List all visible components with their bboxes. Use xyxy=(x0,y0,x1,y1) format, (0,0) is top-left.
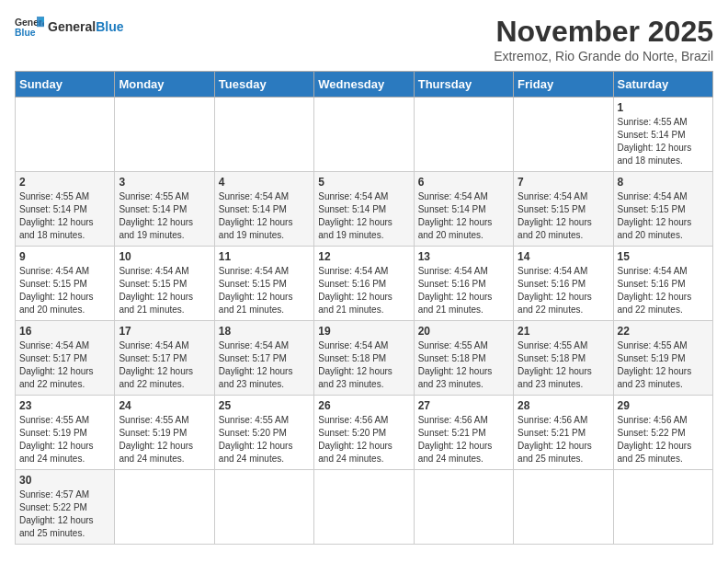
day-info: Sunrise: 4:56 AM Sunset: 5:21 PM Dayligh… xyxy=(518,414,609,465)
day-number: 5 xyxy=(318,176,409,189)
day-info: Sunrise: 4:54 AM Sunset: 5:15 PM Dayligh… xyxy=(19,265,110,316)
calendar-subtitle: Extremoz, Rio Grande do Norte, Brazil xyxy=(494,49,713,63)
calendar-cell: 8Sunrise: 4:54 AM Sunset: 5:15 PM Daylig… xyxy=(613,172,712,247)
calendar-cell: 19Sunrise: 4:54 AM Sunset: 5:18 PM Dayli… xyxy=(314,321,414,396)
day-info: Sunrise: 4:55 AM Sunset: 5:14 PM Dayligh… xyxy=(618,116,709,167)
day-info: Sunrise: 4:54 AM Sunset: 5:16 PM Dayligh… xyxy=(318,265,409,316)
day-info: Sunrise: 4:54 AM Sunset: 5:16 PM Dayligh… xyxy=(518,265,609,316)
generalblue-icon: General Blue xyxy=(15,15,44,40)
calendar-cell: 25Sunrise: 4:55 AM Sunset: 5:20 PM Dayli… xyxy=(214,396,313,470)
day-number: 14 xyxy=(518,250,609,263)
calendar-cell: 20Sunrise: 4:55 AM Sunset: 5:18 PM Dayli… xyxy=(414,321,513,396)
day-number: 7 xyxy=(518,176,609,189)
day-number: 23 xyxy=(19,399,110,412)
day-info: Sunrise: 4:55 AM Sunset: 5:18 PM Dayligh… xyxy=(518,339,609,391)
calendar-cell: 9Sunrise: 4:54 AM Sunset: 5:15 PM Daylig… xyxy=(16,247,115,321)
calendar-cell xyxy=(613,470,712,545)
weekday-header-row: SundayMondayTuesdayWednesdayThursdayFrid… xyxy=(16,72,713,98)
calendar-cell: 29Sunrise: 4:56 AM Sunset: 5:22 PM Dayli… xyxy=(613,396,712,470)
day-info: Sunrise: 4:54 AM Sunset: 5:14 PM Dayligh… xyxy=(318,190,409,242)
weekday-header-wednesday: Wednesday xyxy=(314,72,414,98)
calendar-cell xyxy=(16,98,115,172)
day-info: Sunrise: 4:56 AM Sunset: 5:22 PM Dayligh… xyxy=(618,414,709,465)
calendar-cell xyxy=(414,470,513,545)
day-info: Sunrise: 4:56 AM Sunset: 5:21 PM Dayligh… xyxy=(418,414,509,465)
calendar-week-row: 23Sunrise: 4:55 AM Sunset: 5:19 PM Dayli… xyxy=(16,396,713,470)
day-number: 27 xyxy=(418,399,509,412)
day-info: Sunrise: 4:54 AM Sunset: 5:16 PM Dayligh… xyxy=(618,265,709,316)
calendar-cell: 3Sunrise: 4:55 AM Sunset: 5:14 PM Daylig… xyxy=(115,172,214,247)
day-info: Sunrise: 4:54 AM Sunset: 5:16 PM Dayligh… xyxy=(418,265,509,316)
day-number: 6 xyxy=(418,176,509,189)
day-info: Sunrise: 4:55 AM Sunset: 5:19 PM Dayligh… xyxy=(119,414,210,465)
day-number: 29 xyxy=(618,399,709,412)
calendar-cell: 26Sunrise: 4:56 AM Sunset: 5:20 PM Dayli… xyxy=(314,396,414,470)
day-number: 11 xyxy=(219,250,310,263)
calendar-cell xyxy=(214,98,313,172)
day-number: 28 xyxy=(518,399,609,412)
day-number: 26 xyxy=(318,399,409,412)
calendar-cell: 27Sunrise: 4:56 AM Sunset: 5:21 PM Dayli… xyxy=(414,396,513,470)
day-number: 17 xyxy=(119,325,210,338)
calendar-week-row: 1Sunrise: 4:55 AM Sunset: 5:14 PM Daylig… xyxy=(16,98,713,172)
day-info: Sunrise: 4:54 AM Sunset: 5:15 PM Dayligh… xyxy=(219,265,310,316)
day-info: Sunrise: 4:55 AM Sunset: 5:14 PM Dayligh… xyxy=(19,190,110,242)
calendar-cell: 10Sunrise: 4:54 AM Sunset: 5:15 PM Dayli… xyxy=(115,247,214,321)
day-number: 12 xyxy=(318,250,409,263)
day-info: Sunrise: 4:55 AM Sunset: 5:20 PM Dayligh… xyxy=(219,414,310,465)
calendar-cell: 2Sunrise: 4:55 AM Sunset: 5:14 PM Daylig… xyxy=(16,172,115,247)
calendar-cell xyxy=(115,98,214,172)
calendar-cell: 6Sunrise: 4:54 AM Sunset: 5:14 PM Daylig… xyxy=(414,172,513,247)
day-number: 3 xyxy=(119,176,210,189)
calendar-cell: 15Sunrise: 4:54 AM Sunset: 5:16 PM Dayli… xyxy=(613,247,712,321)
day-info: Sunrise: 4:54 AM Sunset: 5:15 PM Dayligh… xyxy=(119,265,210,316)
day-info: Sunrise: 4:54 AM Sunset: 5:17 PM Dayligh… xyxy=(19,339,110,391)
day-info: Sunrise: 4:54 AM Sunset: 5:14 PM Dayligh… xyxy=(418,190,509,242)
day-info: Sunrise: 4:54 AM Sunset: 5:17 PM Dayligh… xyxy=(219,339,310,391)
day-info: Sunrise: 4:54 AM Sunset: 5:17 PM Dayligh… xyxy=(119,339,210,391)
calendar-cell: 1Sunrise: 4:55 AM Sunset: 5:14 PM Daylig… xyxy=(613,98,712,172)
calendar-week-row: 16Sunrise: 4:54 AM Sunset: 5:17 PM Dayli… xyxy=(16,321,713,396)
calendar-table: SundayMondayTuesdayWednesdayThursdayFrid… xyxy=(15,71,713,545)
day-number: 10 xyxy=(119,250,210,263)
calendar-cell: 22Sunrise: 4:55 AM Sunset: 5:19 PM Dayli… xyxy=(613,321,712,396)
day-number: 24 xyxy=(119,399,210,412)
calendar-cell xyxy=(514,470,613,545)
day-number: 18 xyxy=(219,325,310,338)
weekday-header-saturday: Saturday xyxy=(613,72,712,98)
day-info: Sunrise: 4:54 AM Sunset: 5:15 PM Dayligh… xyxy=(518,190,609,242)
calendar-cell: 14Sunrise: 4:54 AM Sunset: 5:16 PM Dayli… xyxy=(514,247,613,321)
calendar-cell: 17Sunrise: 4:54 AM Sunset: 5:17 PM Dayli… xyxy=(115,321,214,396)
calendar-cell xyxy=(115,470,214,545)
calendar-cell: 30Sunrise: 4:57 AM Sunset: 5:22 PM Dayli… xyxy=(16,470,115,545)
calendar-cell xyxy=(514,98,613,172)
day-info: Sunrise: 4:54 AM Sunset: 5:15 PM Dayligh… xyxy=(618,190,709,242)
day-number: 20 xyxy=(418,325,509,338)
day-number: 4 xyxy=(219,176,310,189)
calendar-cell: 21Sunrise: 4:55 AM Sunset: 5:18 PM Dayli… xyxy=(514,321,613,396)
calendar-week-row: 2Sunrise: 4:55 AM Sunset: 5:14 PM Daylig… xyxy=(16,172,713,247)
day-info: Sunrise: 4:55 AM Sunset: 5:19 PM Dayligh… xyxy=(618,339,709,391)
day-info: Sunrise: 4:55 AM Sunset: 5:14 PM Dayligh… xyxy=(119,190,210,242)
day-number: 15 xyxy=(618,250,709,263)
calendar-cell: 12Sunrise: 4:54 AM Sunset: 5:16 PM Dayli… xyxy=(314,247,414,321)
calendar-cell: 13Sunrise: 4:54 AM Sunset: 5:16 PM Dayli… xyxy=(414,247,513,321)
day-info: Sunrise: 4:56 AM Sunset: 5:20 PM Dayligh… xyxy=(318,414,409,465)
calendar-week-row: 9Sunrise: 4:54 AM Sunset: 5:15 PM Daylig… xyxy=(16,247,713,321)
day-number: 21 xyxy=(518,325,609,338)
day-number: 2 xyxy=(19,176,110,189)
calendar-cell: 18Sunrise: 4:54 AM Sunset: 5:17 PM Dayli… xyxy=(214,321,313,396)
calendar-cell: 16Sunrise: 4:54 AM Sunset: 5:17 PM Dayli… xyxy=(16,321,115,396)
weekday-header-tuesday: Tuesday xyxy=(214,72,313,98)
day-number: 9 xyxy=(19,250,110,263)
calendar-cell xyxy=(214,470,313,545)
calendar-cell: 23Sunrise: 4:55 AM Sunset: 5:19 PM Dayli… xyxy=(16,396,115,470)
svg-text:Blue: Blue xyxy=(15,28,36,38)
day-number: 13 xyxy=(418,250,509,263)
day-info: Sunrise: 4:55 AM Sunset: 5:19 PM Dayligh… xyxy=(19,414,110,465)
calendar-cell: 4Sunrise: 4:54 AM Sunset: 5:14 PM Daylig… xyxy=(214,172,313,247)
day-number: 8 xyxy=(618,176,709,189)
calendar-title: November 2025 xyxy=(494,15,713,49)
calendar-cell: 5Sunrise: 4:54 AM Sunset: 5:14 PM Daylig… xyxy=(314,172,414,247)
day-info: Sunrise: 4:54 AM Sunset: 5:14 PM Dayligh… xyxy=(219,190,310,242)
